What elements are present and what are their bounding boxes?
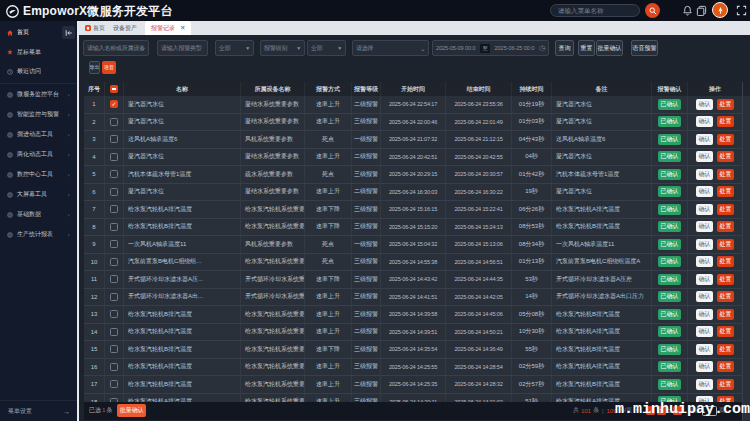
row-checkbox[interactable] bbox=[110, 170, 118, 178]
confirmed-badge[interactable]: 已确认 bbox=[658, 221, 681, 232]
row-checkbox[interactable]: ✓ bbox=[110, 100, 118, 108]
confirmed-badge[interactable]: 已确认 bbox=[658, 116, 681, 127]
handle-button[interactable]: 处置 bbox=[717, 134, 734, 145]
close-icon[interactable]: ✕ bbox=[180, 24, 185, 32]
confirmed-badge[interactable]: 已确认 bbox=[658, 326, 681, 337]
confirm-button[interactable]: 确认 bbox=[696, 344, 713, 355]
row-checkbox[interactable] bbox=[110, 380, 118, 388]
alarm-type-filter-input[interactable]: 请输入报警类型 bbox=[157, 40, 208, 56]
sidebar-group-2[interactable]: 智能监控与预警› bbox=[0, 105, 77, 125]
filter-select-all-1[interactable]: 全部▼ bbox=[215, 40, 254, 56]
row-checkbox[interactable] bbox=[110, 188, 118, 196]
bottom-batch-confirm-button[interactable]: 批量确认 bbox=[117, 404, 146, 417]
search-button[interactable] bbox=[645, 3, 660, 18]
scrollbar-track[interactable] bbox=[742, 82, 750, 421]
export-button[interactable]: 导出 bbox=[89, 61, 100, 74]
confirm-button[interactable]: 确认 bbox=[696, 134, 713, 145]
sidebar-group-6[interactable]: 大屏幕工具› bbox=[0, 185, 77, 205]
tab-alarm-records[interactable]: 报警记录 ✕ bbox=[145, 21, 191, 35]
handle-button[interactable]: 处置 bbox=[717, 99, 734, 110]
handle-button[interactable]: 处置 bbox=[717, 186, 734, 197]
handle-button[interactable]: 处置 bbox=[717, 256, 734, 267]
confirmed-badge[interactable]: 已确认 bbox=[658, 169, 681, 180]
bell-icon[interactable] bbox=[682, 5, 693, 16]
confirmed-badge[interactable]: 已确认 bbox=[658, 99, 681, 110]
confirmed-badge[interactable]: 已确认 bbox=[658, 186, 681, 197]
handle-button[interactable]: 处置 bbox=[717, 361, 734, 372]
confirm-button[interactable]: 确认 bbox=[696, 99, 713, 110]
row-checkbox[interactable] bbox=[110, 205, 118, 213]
sidebar-group-5[interactable]: 数控中心工具› bbox=[0, 165, 77, 185]
confirm-button[interactable]: 确认 bbox=[696, 361, 713, 372]
filter-select-level[interactable]: 报警级别▼ bbox=[260, 40, 305, 56]
row-checkbox[interactable] bbox=[110, 223, 118, 231]
confirmed-badge[interactable]: 已确认 bbox=[658, 204, 681, 215]
voice-alarm-button[interactable]: 语音预警 bbox=[631, 40, 658, 56]
confirm-button[interactable]: 确认 bbox=[696, 221, 713, 232]
row-checkbox[interactable] bbox=[110, 240, 118, 248]
confirm-button[interactable]: 确认 bbox=[696, 186, 713, 197]
handle-button[interactable]: 处置 bbox=[717, 151, 734, 162]
sidebar-group-3[interactable]: 掘进动态工具› bbox=[0, 125, 77, 145]
filter-select-choose[interactable]: 请选择⌄ bbox=[352, 40, 429, 56]
confirmed-badge[interactable]: 已确认 bbox=[658, 134, 681, 145]
sidebar-item-1[interactable]: 首页 bbox=[0, 23, 77, 43]
confirm-button[interactable]: 确认 bbox=[696, 326, 713, 337]
row-checkbox[interactable] bbox=[110, 310, 118, 318]
filter-select-all-2[interactable]: 全部▼ bbox=[307, 40, 346, 56]
confirm-button[interactable]: 确认 bbox=[696, 239, 713, 250]
reset-button[interactable]: 重置 bbox=[578, 40, 595, 56]
date-range-picker[interactable]: 2025-05-09 00:0 至 2025-06-25 00:0 ◷ bbox=[432, 40, 549, 56]
row-checkbox[interactable] bbox=[110, 135, 118, 143]
voice-button[interactable]: 语音 bbox=[102, 61, 116, 74]
select-all-checkbox[interactable] bbox=[110, 85, 118, 93]
confirmed-badge[interactable]: 已确认 bbox=[658, 309, 681, 320]
sidebar-group-8[interactable]: 生产统计报表› bbox=[0, 225, 77, 245]
handle-button[interactable]: 处置 bbox=[717, 169, 734, 180]
fullscreen-icon[interactable] bbox=[736, 5, 747, 16]
handle-button[interactable]: 处置 bbox=[717, 274, 734, 285]
confirmed-badge[interactable]: 已确认 bbox=[658, 379, 681, 390]
query-button[interactable]: 查询 bbox=[555, 40, 574, 56]
handle-button[interactable]: 处置 bbox=[717, 326, 734, 337]
confirm-button[interactable]: 确认 bbox=[696, 116, 713, 127]
tab-device-assets[interactable]: 设备资产 bbox=[109, 21, 141, 35]
handle-button[interactable]: 处置 bbox=[717, 239, 734, 250]
sidebar-item-3[interactable]: 最近访问 bbox=[0, 62, 77, 82]
confirm-button[interactable]: 确认 bbox=[696, 169, 713, 180]
row-checkbox[interactable] bbox=[110, 153, 118, 161]
confirmed-badge[interactable]: 已确认 bbox=[658, 239, 681, 250]
handle-button[interactable]: 处置 bbox=[717, 221, 734, 232]
handle-button[interactable]: 处置 bbox=[717, 379, 734, 390]
sidebar-group-7[interactable]: 基础数据› bbox=[0, 205, 77, 225]
confirm-button[interactable]: 确认 bbox=[696, 274, 713, 285]
sidebar-item-2[interactable]: 星标菜单 bbox=[0, 43, 77, 63]
confirmed-badge[interactable]: 已确认 bbox=[658, 344, 681, 355]
handle-button[interactable]: 处置 bbox=[717, 291, 734, 302]
row-checkbox[interactable] bbox=[110, 293, 118, 301]
sidebar-menu-settings[interactable]: 菜单设置 → bbox=[0, 400, 77, 421]
clipboard-icon[interactable] bbox=[696, 5, 707, 16]
tab-home[interactable]: 首页 bbox=[81, 21, 109, 35]
sidebar-group-1[interactable]: 微服务监控平台› bbox=[0, 85, 77, 105]
sidebar-group-4[interactable]: 两化动态工具› bbox=[0, 145, 77, 165]
menu-search-input[interactable]: 请输入菜单名称 bbox=[550, 4, 640, 17]
confirm-button[interactable]: 确认 bbox=[696, 379, 713, 390]
avatar[interactable] bbox=[712, 2, 728, 18]
row-checkbox[interactable] bbox=[110, 363, 118, 371]
confirmed-badge[interactable]: 已确认 bbox=[658, 361, 681, 372]
confirm-button[interactable]: 确认 bbox=[696, 204, 713, 215]
batch-confirm-button[interactable]: 批量确认 bbox=[596, 40, 623, 56]
row-checkbox[interactable] bbox=[110, 118, 118, 126]
confirmed-badge[interactable]: 已确认 bbox=[658, 256, 681, 267]
confirm-button[interactable]: 确认 bbox=[696, 256, 713, 267]
confirmed-badge[interactable]: 已确认 bbox=[658, 274, 681, 285]
confirm-button[interactable]: 确认 bbox=[696, 309, 713, 320]
handle-button[interactable]: 处置 bbox=[717, 344, 734, 355]
confirm-button[interactable]: 确认 bbox=[696, 291, 713, 302]
handle-button[interactable]: 处置 bbox=[717, 116, 734, 127]
row-checkbox[interactable] bbox=[110, 275, 118, 283]
handle-button[interactable]: 处置 bbox=[717, 309, 734, 320]
row-checkbox[interactable] bbox=[110, 345, 118, 353]
row-checkbox[interactable] bbox=[110, 258, 118, 266]
